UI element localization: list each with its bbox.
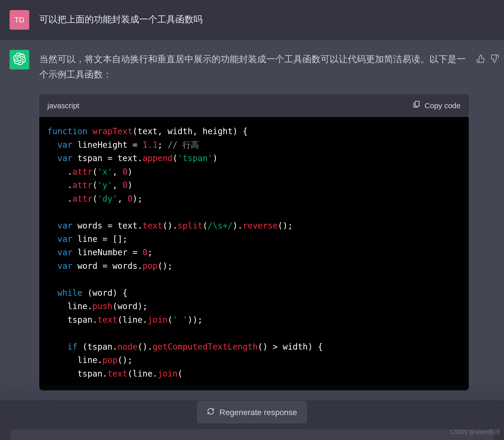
avatar-user: TD [10,10,29,30]
copy-code-button[interactable]: Copy code [413,99,461,112]
message-input-bar[interactable] [10,429,494,440]
code-block: javascript Copy code function wrapText(t… [39,94,469,390]
thumbs-up-icon[interactable] [476,52,485,68]
openai-logo-icon [13,52,26,67]
code-content[interactable]: function wrapText(text, width, height) {… [39,117,469,390]
message-actions [476,52,499,68]
assistant-preamble: 当然可以，将文本自动换行和垂直居中展示的功能封装成一个工具函数可以让代码更加简洁… [39,51,469,82]
code-language-label: javascript [47,99,79,112]
thumbs-down-icon[interactable] [490,52,499,68]
user-message-text: 可以把上面的功能封装成一个工具函数吗 [39,10,469,30]
clipboard-icon [413,99,421,112]
watermark: CSDN @slate很强 [450,428,500,436]
regenerate-label: Regenerate response [219,408,297,417]
avatar-initials: TD [14,16,24,24]
code-header: javascript Copy code [39,94,469,117]
regenerate-button[interactable]: Regenerate response [197,401,307,423]
copy-code-label: Copy code [425,99,461,112]
refresh-icon [207,408,214,417]
user-message-row: TD 可以把上面的功能封装成一个工具函数吗 [0,0,504,40]
avatar-assistant [10,50,29,69]
svg-rect-0 [415,101,419,106]
assistant-message-row: 当然可以，将文本自动换行和垂直居中展示的功能封装成一个工具函数可以让代码更加简洁… [0,40,504,400]
